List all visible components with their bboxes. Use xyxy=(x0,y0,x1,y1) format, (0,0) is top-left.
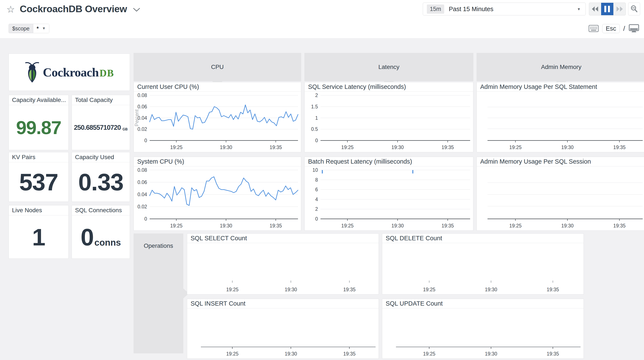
group-label: Operations xyxy=(134,242,183,249)
magnifier-minus-icon xyxy=(630,5,638,13)
svg-text:19:30: 19:30 xyxy=(285,351,297,357)
chart-title: Current User CPU (%) xyxy=(134,82,301,92)
time-backward-button[interactable] xyxy=(589,3,601,15)
svg-text:19:30: 19:30 xyxy=(220,145,232,150)
chart-card-sql-select-count: SQL SELECT Count 19:2519:3019:35 xyxy=(187,233,379,295)
chart-card-sql-insert-count: SQL INSERT Count 19:2519:3019:35 xyxy=(187,299,379,359)
chart-card-admin-memory-session: Admin Memory Usage Per SQL Session 19:25… xyxy=(476,157,644,231)
timeseries-plot[interactable]: 19:2519:3019:35 xyxy=(382,309,584,359)
svg-text:0.04: 0.04 xyxy=(138,192,147,197)
chart-card-batch-request-latency: Batch Request Latency (milliseconds) 024… xyxy=(304,157,473,231)
svg-text:19:25: 19:25 xyxy=(423,287,436,292)
svg-text:19:35: 19:35 xyxy=(343,287,356,292)
svg-text:19:25: 19:25 xyxy=(509,145,522,150)
svg-text:Percent: Percent xyxy=(134,109,140,126)
group-header-cpu[interactable]: CPU xyxy=(134,53,301,81)
time-range-label: Past 15 Minutes xyxy=(449,5,494,13)
cockroach-bug-icon xyxy=(24,61,40,83)
stat-card-live-nodes[interactable]: Live Nodes 1 xyxy=(8,205,68,259)
cockroachdb-logo-card: CockroachDB xyxy=(8,53,130,91)
svg-text:19:30: 19:30 xyxy=(392,145,404,150)
timeseries-plot[interactable]: 19:2519:3019:35 xyxy=(187,243,378,294)
chart-title: SQL DELETE Count xyxy=(382,234,584,243)
chart-card-sql-update-count: SQL UPDATE Count 19:2519:3019:35 xyxy=(382,299,584,359)
svg-text:0: 0 xyxy=(144,138,147,143)
stat-card-capacity-available[interactable]: Capacity Available... 99.87 xyxy=(8,95,68,150)
svg-text:0.02: 0.02 xyxy=(138,126,147,132)
title-chevron-down-icon[interactable] xyxy=(133,8,140,12)
favorite-star-icon[interactable]: ☆ xyxy=(6,4,15,15)
svg-text:19:25: 19:25 xyxy=(341,145,354,150)
tv-mode-icon[interactable] xyxy=(628,24,639,33)
zoom-out-button[interactable] xyxy=(628,2,640,15)
stat-unit: conns xyxy=(94,238,121,248)
time-forward-button[interactable] xyxy=(613,3,626,15)
time-nav-buttons xyxy=(589,2,626,15)
svg-text:19:35: 19:35 xyxy=(343,351,356,357)
timeseries-plot[interactable]: 19:2519:3019:35 xyxy=(477,92,644,152)
chart-title: System CPU (%) xyxy=(134,157,301,166)
group-label: CPU xyxy=(211,64,224,70)
stat-card-capacity-used[interactable]: Capacity Used 0.33 xyxy=(72,152,130,202)
svg-text:0.02: 0.02 xyxy=(138,204,147,209)
chart-title: SQL UPDATE Count xyxy=(382,299,584,308)
stat-title: KV Pairs xyxy=(9,152,68,162)
svg-text:2: 2 xyxy=(315,92,318,98)
stat-card-sql-connections[interactable]: SQL Connections 0conns xyxy=(72,205,130,259)
page-title: CockroachDB Overview xyxy=(20,3,127,14)
svg-text:0: 0 xyxy=(315,216,318,222)
svg-text:4: 4 xyxy=(315,197,318,202)
svg-text:19:25: 19:25 xyxy=(341,223,354,229)
svg-text:19:35: 19:35 xyxy=(270,145,282,150)
stat-value: 250.6855710720 xyxy=(74,124,121,131)
svg-text:2: 2 xyxy=(315,206,318,212)
timeseries-plot[interactable]: 00.020.040.060.0819:2519:3019:35 xyxy=(134,167,301,230)
svg-text:8: 8 xyxy=(315,177,318,183)
svg-text:19:30: 19:30 xyxy=(561,223,574,229)
timeseries-plot[interactable]: 00.020.040.060.0819:2519:3019:35Percent xyxy=(134,92,301,152)
svg-text:19:30: 19:30 xyxy=(485,351,497,357)
dashboard-canvas: CockroachDB Capacity Available... 99.87 … xyxy=(0,38,644,360)
timeseries-plot[interactable]: 19:2519:3019:35 xyxy=(187,309,378,359)
keyboard-shortcuts-icon[interactable] xyxy=(588,25,599,32)
svg-text:1.5: 1.5 xyxy=(311,104,318,109)
svg-text:0.08: 0.08 xyxy=(138,92,147,98)
svg-text:19:25: 19:25 xyxy=(226,287,238,292)
svg-text:0: 0 xyxy=(144,216,147,222)
svg-text:0.5: 0.5 xyxy=(311,126,318,132)
svg-text:19:25: 19:25 xyxy=(509,223,522,229)
pause-refresh-button[interactable] xyxy=(601,3,613,15)
chart-card-current-user-cpu: Current User CPU (%) 00.020.040.060.0819… xyxy=(134,82,301,152)
svg-text:19:25: 19:25 xyxy=(170,145,183,150)
chart-title: SQL INSERT Count xyxy=(187,299,378,308)
svg-text:19:25: 19:25 xyxy=(226,351,238,357)
esc-key-badge[interactable]: Esc xyxy=(602,24,620,33)
svg-text:19:25: 19:25 xyxy=(423,351,436,357)
svg-text:19:35: 19:35 xyxy=(613,145,626,150)
time-range-caret-down-icon: ▾ xyxy=(578,6,580,11)
stat-value: 0.33 xyxy=(78,168,123,196)
time-range-picker[interactable]: 15m Past 15 Minutes ▾ xyxy=(423,2,586,15)
pause-icon xyxy=(604,6,610,12)
timeseries-plot[interactable]: 19:2519:3019:35 xyxy=(477,167,644,230)
group-header-latency[interactable]: Latency xyxy=(304,53,473,81)
timeseries-plot[interactable]: 19:2519:3019:35 xyxy=(382,243,584,294)
timeseries-plot[interactable]: 024681019:2519:3019:35 xyxy=(305,167,473,230)
svg-text:0: 0 xyxy=(315,138,318,143)
template-variable-row: $scope * ▼ Esc / xyxy=(0,20,644,38)
timeseries-plot[interactable]: 00.511.5219:2519:3019:35 xyxy=(305,92,473,152)
chart-title: Batch Request Latency (milliseconds) xyxy=(305,157,473,166)
svg-text:19:35: 19:35 xyxy=(547,287,559,292)
scope-variable-picker[interactable]: $scope * ▼ xyxy=(8,24,49,33)
group-header-operations[interactable]: Operations xyxy=(134,233,183,353)
scope-value-text: * xyxy=(37,25,39,32)
svg-text:0.06: 0.06 xyxy=(138,179,147,185)
svg-text:19:30: 19:30 xyxy=(561,145,574,150)
group-header-admin-memory[interactable]: Admin Memory xyxy=(476,53,644,81)
stat-card-kv-pairs[interactable]: KV Pairs 537 xyxy=(8,152,68,202)
time-range-badge: 15m xyxy=(427,4,444,14)
group-label: Latency xyxy=(378,64,400,70)
group-label: Admin Memory xyxy=(541,64,582,70)
chart-title: SQL SELECT Count xyxy=(187,234,378,243)
stat-card-total-capacity[interactable]: Total Capacity 250.6855710720GB xyxy=(72,95,130,150)
